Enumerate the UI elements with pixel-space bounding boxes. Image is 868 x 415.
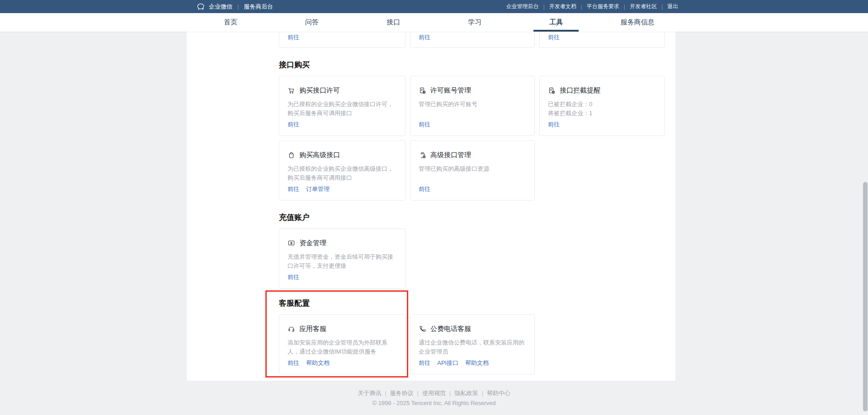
card-grid: 购买接口许可为已授权的企业购买企业微信接口许可，购买后服务商可调用接口前往许可账… <box>279 76 665 201</box>
card-description-line: 管理已购买的高级接口资源 <box>419 164 526 173</box>
card-link-go[interactable]: 前往 <box>548 34 560 41</box>
topbar-link-1[interactable]: 开发者文档 <box>549 3 576 10</box>
bag-icon <box>288 151 295 159</box>
phone-icon <box>419 325 426 333</box>
footer-link-divider: | <box>481 390 483 396</box>
footer-link-0[interactable]: 关于腾讯 <box>358 390 381 396</box>
card-links: 前往 <box>288 273 299 281</box>
nav-tab-问答[interactable]: 问答 <box>271 13 353 32</box>
partial-card: 前往 <box>539 32 665 48</box>
partial-card: 前往 <box>410 32 535 48</box>
card-link-API接口[interactable]: API接口 <box>437 359 458 367</box>
tool-card-高级接口管理: 高级接口管理管理已购买的高级接口资源前往 <box>410 140 535 201</box>
topbar-link-0[interactable]: 企业管理后台 <box>506 3 539 10</box>
logo-text: 企业微信 <box>209 3 232 11</box>
tool-card-许可账号管理: 许可账号管理管理已购买的许可账号前往 <box>410 76 535 136</box>
card-grid: 应用客服添加安装应用的企业管理员为外部联系人，通过企业微信IM功能提供服务前往帮… <box>279 314 665 374</box>
tool-card-接口拦截提醒: 接口拦截提醒已被拦截企业：0将被拦截企业：1前往 <box>539 76 665 136</box>
card-description-line: 充值并管理资金，资金后续可用于购买接口许可等，支付更便捷 <box>288 252 397 270</box>
card-links: 前往订单管理 <box>288 185 330 193</box>
footer-link-3[interactable]: 隐私政策 <box>454 390 478 396</box>
footer: 关于腾讯|服务协议|使用规范|隐私政策|帮助中心 © 1998 - 2025 T… <box>0 389 868 408</box>
card-title: 许可账号管理 <box>430 86 471 95</box>
nav-tab-服务商信息[interactable]: 服务商信息 <box>597 13 678 32</box>
footer-link-divider: | <box>417 390 419 396</box>
cart-icon <box>288 87 295 94</box>
section-title-客服配置: 客服配置 <box>279 298 665 308</box>
card-link-前往[interactable]: 前往 <box>419 185 430 193</box>
footer-link-4[interactable]: 帮助中心 <box>487 390 510 396</box>
card-link-go[interactable]: 前往 <box>419 34 430 41</box>
footer-link-divider: | <box>449 390 451 396</box>
card-link-前往[interactable]: 前往 <box>288 121 299 129</box>
topbar-link-2[interactable]: 平台服务要求 <box>587 3 619 10</box>
card-description: 管理已购买的许可账号 <box>419 100 526 109</box>
card-grid: 资金管理充值并管理资金，资金后续可用于购买接口许可等，支付更便捷前往 <box>279 228 665 289</box>
card-description: 为已授权的企业购买企业微信接口许可，购买后服务商可调用接口 <box>288 100 397 118</box>
topbar: 企业微信 | 服务商后台 企业管理后台|开发者文档|平台服务要求|开发者社区|退… <box>0 0 868 13</box>
card-title: 资金管理 <box>299 239 326 247</box>
footer-link-1[interactable]: 服务协议 <box>390 390 414 396</box>
copyright: © 1998 - 2025 Tencent Inc. All Rights Re… <box>0 399 868 408</box>
card-title: 应用客服 <box>299 325 326 333</box>
card-link-前往[interactable]: 前往 <box>419 359 430 367</box>
card-description-line: 将被拦截企业：1 <box>548 109 656 118</box>
card-description: 已被拦截企业：0将被拦截企业：1 <box>548 100 656 118</box>
card-description: 管理已购买的高级接口资源 <box>419 164 526 173</box>
logo-divider: | <box>236 4 240 10</box>
section-title-接口购买: 接口购买 <box>279 60 665 70</box>
card-description-line: 为已授权的企业购买企业微信接口许可，购买后服务商可调用接口 <box>288 100 397 118</box>
tool-card-公费电话客服: 公费电话客服通过企业微信公费电话，联系安装应用的企业管理员前往API接口帮助文档 <box>410 314 535 374</box>
topbar-link-divider: | <box>624 4 625 10</box>
card-title: 购买接口许可 <box>299 86 340 95</box>
card-links: 前往API接口帮助文档 <box>419 359 489 367</box>
card-description: 充值并管理资金，资金后续可用于购买接口许可等，支付更便捷 <box>288 252 397 270</box>
card-link-go[interactable]: 前往 <box>288 34 299 41</box>
card-link-前往[interactable]: 前往 <box>548 121 560 129</box>
topbar-links: 企业管理后台|开发者文档|平台服务要求|开发者社区|退出 <box>506 3 679 10</box>
card-description: 为已授权的企业购买企业微信高级接口，购买后服务商可调用接口 <box>288 164 397 182</box>
card-link-前往[interactable]: 前往 <box>288 273 299 281</box>
card-link-订单管理[interactable]: 订单管理 <box>306 185 330 193</box>
card-title: 高级接口管理 <box>430 151 471 159</box>
topbar-link-3[interactable]: 开发者社区 <box>630 3 657 10</box>
card-title: 购买高级接口 <box>299 151 340 159</box>
card-link-前往[interactable]: 前往 <box>288 359 299 367</box>
card-title: 接口拦截提醒 <box>560 86 600 95</box>
tool-card-购买接口许可: 购买接口许可为已授权的企业购买企业微信接口许可，购买后服务商可调用接口前往 <box>279 76 406 136</box>
nav-tab-首页[interactable]: 首页 <box>190 13 271 32</box>
money-icon <box>288 239 295 247</box>
tool-card-应用客服: 应用客服添加安装应用的企业管理员为外部联系人，通过企业微信IM功能提供服务前往帮… <box>279 314 406 374</box>
footer-links: 关于腾讯|服务协议|使用规范|隐私政策|帮助中心 <box>0 389 868 398</box>
nav-tab-工具[interactable]: 工具 <box>515 13 597 32</box>
headset-icon <box>288 325 295 333</box>
card-link-帮助文档[interactable]: 帮助文档 <box>306 359 330 367</box>
card-links: 前往 <box>288 121 299 129</box>
vertical-scrollbar-thumb[interactable] <box>863 182 868 411</box>
scrolled-cards-row: 前往前往前往 <box>279 32 665 48</box>
main-panel: 前往前往前往 接口购买购买接口许可为已授权的企业购买企业微信接口许可，购买后服务… <box>187 32 675 381</box>
card-link-前往[interactable]: 前往 <box>288 185 299 193</box>
card-links: 前往 <box>419 185 430 193</box>
nav-tab-接口[interactable]: 接口 <box>353 13 434 32</box>
card-links: 前往帮助文档 <box>288 359 330 367</box>
topbar-link-divider: | <box>581 4 582 10</box>
card-links: 前往 <box>419 121 430 129</box>
card-description-line: 为已授权的企业购买企业微信高级接口，购买后服务商可调用接口 <box>288 164 397 182</box>
footer-link-divider: | <box>385 390 386 396</box>
tool-card-购买高级接口: 购买高级接口为已授权的企业购买企业微信高级接口，购买后服务商可调用接口前往订单管… <box>279 140 406 201</box>
card-description: 通过企业微信公费电话，联系安装应用的企业管理员 <box>419 338 526 356</box>
main-nav: 首页问答接口学习工具服务商信息 <box>0 13 868 32</box>
topbar-link-divider: | <box>543 4 545 10</box>
card-link-帮助文档[interactable]: 帮助文档 <box>465 359 489 367</box>
partial-card: 前往 <box>279 32 406 48</box>
footer-link-2[interactable]: 使用规范 <box>422 390 446 396</box>
wecom-logo-icon <box>197 3 205 11</box>
nav-tab-学习[interactable]: 学习 <box>434 13 515 32</box>
card-description-line: 已被拦截企业：0 <box>548 100 656 109</box>
card-title: 公费电话客服 <box>430 325 471 333</box>
intercept-alert-icon <box>548 87 556 94</box>
card-link-前往[interactable]: 前往 <box>419 121 430 129</box>
topbar-link-4[interactable]: 退出 <box>667 3 678 10</box>
section-title-充值账户: 充值账户 <box>279 213 665 223</box>
